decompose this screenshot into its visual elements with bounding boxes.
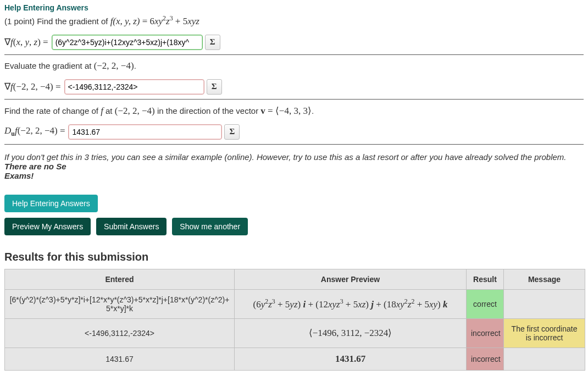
question-1-row: ∇f(x, y, z) = Σ	[4, 31, 584, 55]
result-cell: incorrect	[467, 318, 504, 348]
preview-cell: (6y2z3 + 5yz) i + (12xyz3 + 5xz) j + (18…	[235, 289, 467, 318]
result-cell: correct	[467, 289, 504, 318]
entered-cell: [6*(y^2)*(z^3)+5*y*z]*i+[12*x*y*(z^3)+5*…	[5, 289, 235, 318]
show-me-another-button[interactable]: Show me another	[172, 218, 248, 235]
button-row-2: Preview My Answers Submit Answers Show m…	[4, 218, 584, 235]
preview-cell: 1431.67	[235, 348, 467, 370]
q2-input[interactable]	[64, 79, 204, 95]
q3-sigma-button[interactable]: Σ	[224, 124, 240, 140]
table-row: [6*(y^2)*(z^3)+5*y*z]*i+[12*x*y*(z^3)+5*…	[5, 289, 585, 318]
col-message: Message	[504, 269, 585, 289]
col-preview: Answer Preview	[235, 269, 467, 289]
q1-input[interactable]	[52, 35, 203, 50]
points-prefix: (1 point) Find the gradient of	[4, 16, 110, 26]
message-cell	[504, 289, 585, 318]
question-2-row: ∇f(−2, 2, −4) = Σ	[4, 76, 584, 100]
entered-cell: <-1496,3112,-2324>	[5, 318, 235, 348]
result-cell: incorrect	[467, 348, 504, 370]
results-heading: Results for this submission	[4, 251, 584, 263]
table-row: <-1496,3112,-2324> ⟨−1496, 3112, −2324⟩ …	[5, 318, 585, 348]
q2-label: ∇f(−2, 2, −4) =	[4, 81, 61, 92]
fn-lhs: f(x, y, z)	[110, 16, 140, 26]
table-row: 1431.67 1431.67 incorrect	[5, 348, 585, 370]
message-cell	[504, 348, 585, 370]
intertext-2: Find the rate of change of f at (−2, 2, …	[4, 105, 584, 117]
results-header-row: Entered Answer Preview Result Message	[5, 269, 585, 289]
q3-label: Duf(−2, 2, −4) =	[4, 125, 65, 138]
submit-answers-button[interactable]: Submit Answers	[96, 218, 167, 235]
preview-cell: ⟨−1496, 3112, −2324⟩	[235, 318, 467, 348]
preview-answers-button[interactable]: Preview My Answers	[4, 218, 91, 235]
problem-statement: (1 point) Find the gradient of f(x, y, z…	[4, 14, 584, 27]
button-row-1: Help Entering Answers	[4, 195, 584, 212]
question-3-row: Duf(−2, 2, −4) = Σ	[4, 121, 584, 145]
q1-sigma-button[interactable]: Σ	[205, 35, 220, 50]
eq-sign: = 6	[142, 16, 154, 26]
intertext-1: Evaluate the gradient at (−2, 2, −4).	[4, 60, 584, 71]
help-entering-answers-button[interactable]: Help Entering Answers	[4, 195, 98, 212]
help-entering-answers-link[interactable]: Help Entering Answers	[4, 3, 584, 12]
message-cell: The first coordinate is incorrect	[504, 318, 585, 348]
entered-cell: 1431.67	[5, 348, 235, 370]
q1-label: ∇f(x, y, z) =	[4, 36, 48, 48]
results-table: Entered Answer Preview Result Message [6…	[4, 269, 585, 371]
q3-input[interactable]	[68, 124, 222, 140]
col-result: Result	[467, 269, 504, 289]
hint-note: If you don't get this in 3 tries, you ca…	[4, 152, 584, 180]
col-entered: Entered	[5, 269, 235, 289]
q2-sigma-button[interactable]: Σ	[207, 79, 222, 95]
